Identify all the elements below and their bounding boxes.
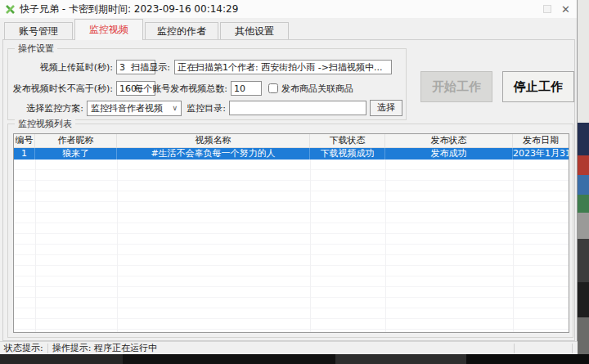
app-window: 快子兄弟 - 卡密到期时间: 2023-09-16 00:14:29 ✕ 账号管… xyxy=(0,0,578,354)
taskbar-seg xyxy=(0,354,123,364)
operation-hint-label: 操作提示: 程序正在运行中 xyxy=(48,342,161,354)
grid-line xyxy=(385,160,386,333)
monitor-dir-input[interactable] xyxy=(229,101,366,115)
desktop-icon-blue xyxy=(578,175,589,195)
max-duration-label: 发布视频时长不高于(秒): xyxy=(8,83,113,95)
monitor-video-list-title: 监控视频列表 xyxy=(15,119,75,129)
close-icon[interactable]: ✕ xyxy=(560,4,572,15)
status-hint-label: 状态提示: xyxy=(0,342,47,354)
title-bar: 快子兄弟 - 卡密到期时间: 2023-09-16 00:14:29 ✕ xyxy=(0,0,577,18)
screen: 快子兄弟 - 卡密到期时间: 2023-09-16 00:14:29 ✕ 账号管… xyxy=(0,0,589,364)
start-work-button[interactable]: 开始工作 xyxy=(420,71,492,102)
video-list-table: 编号 作者昵称 视频名称 下载状态 发布状态 发布日期 1 狼来了 #生活不会辜… xyxy=(13,133,569,333)
cell-publish-status: 发布成功 xyxy=(385,148,513,160)
cell-download-status: 下载视频成功 xyxy=(310,148,385,160)
grid-line xyxy=(117,160,118,333)
column-header-publish-date[interactable]: 发布日期 xyxy=(513,134,569,147)
status-bar: 状态提示: 操作提示: 程序正在运行中 xyxy=(0,341,578,354)
tab-other-settings[interactable]: 其他设置 xyxy=(220,22,289,40)
tab-account-management[interactable]: 账号管理 xyxy=(4,22,73,40)
monitor-plan-value: 监控抖音作者视频 xyxy=(91,102,163,115)
taskbar-seg xyxy=(123,354,335,364)
column-header-video-name[interactable]: 视频名称 xyxy=(117,134,310,147)
status-divider xyxy=(514,344,515,353)
per-account-label: 每个账号发布视频总数: xyxy=(124,83,227,95)
desktop-edge-strip xyxy=(578,0,589,354)
cell-video-name: #生活不会辜负每一个努力的人 xyxy=(117,148,310,160)
per-account-input[interactable] xyxy=(231,81,262,96)
relate-product-checkbox-wrap[interactable]: 发布商品关联商品 xyxy=(268,83,353,95)
taskbar-seg xyxy=(466,354,589,364)
choose-directory-button[interactable]: 选择 xyxy=(370,100,402,116)
taskbar-seg xyxy=(335,354,466,364)
monitor-plan-select[interactable]: 监控抖音作者视频 ∨ xyxy=(87,101,182,116)
relate-product-checkbox-label[interactable]: 发布商品关联商品 xyxy=(281,83,353,95)
taskbar-edge-strip xyxy=(0,354,589,364)
scan-display-input[interactable] xyxy=(174,60,392,74)
operation-settings-group: 操作设置 视频上传延时(秒): 扫描显示: 发布视频时长不高于(秒): 每个账号… xyxy=(7,48,407,120)
column-header-author[interactable]: 作者昵称 xyxy=(35,134,117,147)
monitor-dir-label: 监控目录: xyxy=(182,102,226,115)
monitor-video-list-group: 监控视频列表 编号 作者昵称 视频名称 下载状态 发布状态 发布日期 1 狼来了… xyxy=(7,124,573,338)
tab-monitor-video[interactable]: 监控视频 xyxy=(74,19,143,40)
desktop-bg xyxy=(578,0,589,123)
column-header-number[interactable]: 编号 xyxy=(14,134,35,147)
desktop-icon-darkgray xyxy=(578,239,589,282)
desktop-icon-midgray xyxy=(578,317,589,354)
chevron-down-icon: ∨ xyxy=(172,104,178,112)
tab-content-panel: 操作设置 视频上传延时(秒): 扫描显示: 发布视频时长不高于(秒): 每个账号… xyxy=(2,39,575,341)
maximize-button[interactable] xyxy=(543,5,551,13)
relate-product-checkbox[interactable] xyxy=(268,83,278,93)
settings-row-1: 视频上传延时(秒): 扫描显示: xyxy=(8,59,406,75)
grid-line xyxy=(310,160,311,333)
app-logo-icon xyxy=(5,4,16,15)
scan-display-label: 扫描显示: xyxy=(124,61,170,74)
cell-author: 狼来了 xyxy=(35,148,117,160)
caption-buttons: ✕ xyxy=(543,4,572,15)
settings-row-2: 发布视频时长不高于(秒): 每个账号发布视频总数: 发布商品关联商品 xyxy=(8,80,406,97)
status-divider xyxy=(572,344,573,353)
settings-row-3: 选择监控方案: 监控抖音作者视频 ∨ 监控目录: 选择 xyxy=(8,100,406,116)
table-header-row: 编号 作者昵称 视频名称 下载状态 发布状态 发布日期 xyxy=(14,134,569,148)
upload-delay-label: 视频上传延时(秒): xyxy=(8,61,113,74)
tab-monitored-authors[interactable]: 监控的作者 xyxy=(145,22,218,40)
stop-work-button[interactable]: 停止工作 xyxy=(502,71,574,102)
desktop-icon-gray xyxy=(578,213,589,239)
desktop-icon-red xyxy=(578,155,589,175)
table-row[interactable]: 1 狼来了 #生活不会辜负每一个努力的人 下载视频成功 发布成功 2023年1月… xyxy=(14,148,569,160)
cell-publish-date: 2023年1月31 xyxy=(513,148,569,160)
table-empty-area xyxy=(14,160,569,333)
desktop-icon-navy xyxy=(578,123,589,155)
column-header-publish-status[interactable]: 发布状态 xyxy=(385,134,513,147)
desktop-icon-green xyxy=(578,195,589,213)
tab-bar: 账号管理 监控视频 监控的作者 其他设置 xyxy=(4,20,290,40)
desktop-icon-black xyxy=(578,282,589,317)
grid-line xyxy=(513,160,514,333)
grid-line xyxy=(35,160,36,333)
window-title: 快子兄弟 - 卡密到期时间: 2023-09-16 00:14:29 xyxy=(20,2,238,16)
cell-number: 1 xyxy=(14,148,35,160)
column-header-download-status[interactable]: 下载状态 xyxy=(310,134,385,147)
operation-settings-title: 操作设置 xyxy=(15,43,57,54)
monitor-plan-label: 选择监控方案: xyxy=(8,102,83,115)
